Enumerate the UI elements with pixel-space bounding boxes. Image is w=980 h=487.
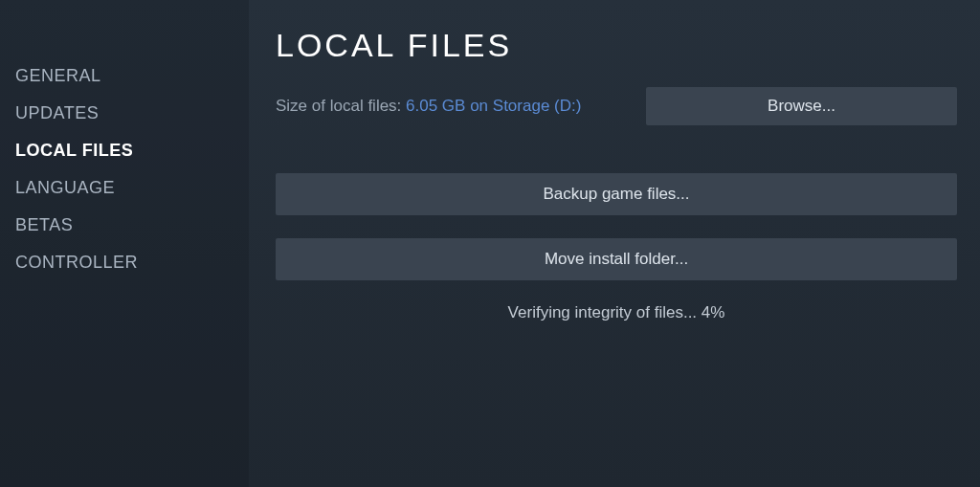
size-label: Size of local files: (276, 97, 406, 115)
size-storage-link[interactable]: 6.05 GB on Storage (D:) (406, 97, 581, 115)
verify-status-text: Verifying integrity of files... 4% (276, 303, 957, 322)
sidebar-item-betas[interactable]: BETAS (15, 207, 249, 244)
size-of-files-text: Size of local files: 6.05 GB on Storage … (276, 97, 581, 116)
sidebar: GENERAL UPDATES LOCAL FILES LANGUAGE BET… (0, 0, 249, 487)
main-panel: LOCAL FILES Size of local files: 6.05 GB… (249, 0, 980, 487)
size-row: Size of local files: 6.05 GB on Storage … (276, 87, 957, 125)
browse-button[interactable]: Browse... (646, 87, 957, 125)
sidebar-item-local-files[interactable]: LOCAL FILES (15, 132, 249, 169)
sidebar-item-language[interactable]: LANGUAGE (15, 169, 249, 207)
sidebar-item-general[interactable]: GENERAL (15, 57, 249, 95)
backup-game-files-button[interactable]: Backup game files... (276, 173, 957, 215)
page-title: LOCAL FILES (276, 27, 957, 64)
move-install-folder-button[interactable]: Move install folder... (276, 238, 957, 280)
sidebar-item-controller[interactable]: CONTROLLER (15, 244, 249, 281)
sidebar-item-updates[interactable]: UPDATES (15, 95, 249, 132)
